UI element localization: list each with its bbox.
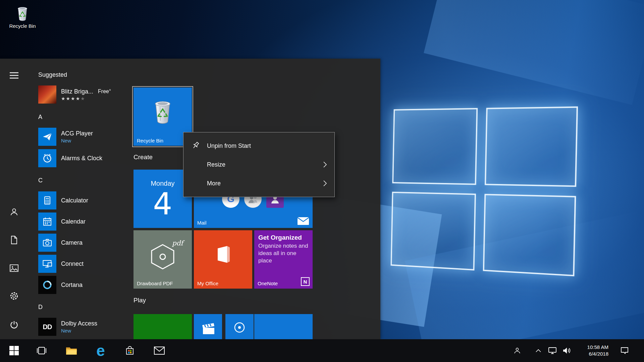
app-list-item-calendar[interactable]: Calendar [38, 213, 139, 231]
tile-groove-music[interactable] [225, 314, 254, 339]
app-list-header-a[interactable]: A [38, 113, 42, 121]
onenote-badge-icon: N [301, 277, 310, 286]
network-icon [548, 347, 556, 354]
file-explorer-button[interactable] [61, 339, 82, 362]
window-pane [485, 106, 578, 187]
context-menu-item-resize[interactable]: Resize [183, 155, 334, 174]
context-menu-item-unpin[interactable]: Unpin from Start [183, 136, 334, 155]
app-name: Calculator [61, 197, 88, 204]
context-menu-item-more[interactable]: More [183, 174, 334, 193]
window-pane [392, 108, 478, 185]
app-name: Dolby Access [61, 320, 97, 327]
tray-overflow-button[interactable] [532, 339, 544, 362]
store-button[interactable] [119, 339, 140, 362]
speaker-icon [562, 347, 571, 354]
app-list-header-c[interactable]: C [38, 176, 43, 184]
tile-context-menu: Unpin from Start Resize More [183, 132, 335, 197]
recycle-bin-icon [147, 94, 178, 126]
tile-play-blue[interactable] [254, 314, 313, 339]
taskbar: e 10:58 AM 6/4/2018 [0, 339, 644, 362]
app-list-item-connect[interactable]: Connect [38, 255, 139, 273]
calendar-icon [38, 213, 56, 231]
clapperboard-icon [200, 321, 216, 336]
app-name: Connect [61, 260, 84, 267]
mail-button[interactable] [149, 339, 170, 362]
tile-drawboard-pdf[interactable]: pdf Drawboard PDF [133, 230, 192, 289]
screen: Recycle Bin Suggested [0, 0, 644, 362]
folder-icon [66, 346, 77, 355]
app-list-item-alarms-clock[interactable]: Alarms & Clock [38, 149, 139, 167]
windows-logo-icon [9, 346, 19, 355]
chevron-up-icon [536, 349, 541, 352]
new-badge: New [61, 138, 93, 143]
connect-icon [38, 255, 56, 273]
alarms-clock-icon [38, 149, 56, 167]
tile-play-green[interactable] [133, 314, 192, 339]
app-name: Alarms & Clock [61, 155, 102, 162]
cortana-icon [38, 276, 56, 294]
tile-group-header-create[interactable]: Create [133, 154, 153, 161]
edge-button[interactable]: e [90, 339, 111, 362]
action-center-button[interactable] [618, 339, 632, 362]
action-center-icon [621, 347, 629, 355]
mail-envelope-icon [154, 347, 165, 355]
edge-icon: e [96, 343, 105, 358]
pdf-script-text: pdf [172, 239, 183, 247]
network-button[interactable] [545, 339, 559, 362]
camera-icon [38, 234, 56, 252]
volume-button[interactable] [560, 339, 574, 362]
groove-circle-icon [233, 321, 246, 334]
app-rating-stars: ★★★★★ [61, 96, 111, 101]
app-name: Calendar [61, 218, 86, 225]
app-price: Free+ [98, 88, 111, 95]
clock-time: 10:58 AM [587, 344, 608, 351]
windows-logo-window [391, 106, 578, 276]
dolby-access-icon: DD [38, 318, 56, 336]
unpin-icon [191, 141, 201, 151]
app-name: Blitz Briga... [61, 88, 93, 95]
tile-movies-tv[interactable] [194, 314, 222, 339]
app-list-item-blitz-brigade[interactable]: Blitz Briga... Free+ ★★★★★ [38, 85, 139, 104]
app-name: ACG Player [61, 130, 93, 137]
clock-date: 6/4/2018 [589, 351, 608, 357]
store-bag-icon [125, 346, 135, 356]
start-app-list: Suggested Blitz Briga... Free+ ★★★★★ A [0, 59, 134, 339]
submenu-chevron-icon [323, 180, 327, 187]
calculator-icon [38, 191, 56, 209]
blitz-brigade-icon [38, 85, 56, 104]
people-button[interactable] [510, 339, 525, 362]
start-menu: Suggested Blitz Briga... Free+ ★★★★★ A [0, 59, 380, 339]
tile-onenote[interactable]: Get Organized Organize notes and ideas a… [254, 230, 313, 289]
app-list-item-dolby-access[interactable]: DD Dolby Access New [38, 318, 139, 336]
context-menu-label: More [207, 180, 221, 187]
tile-group-header-play[interactable]: Play [133, 297, 146, 304]
app-list-header-d[interactable]: D [38, 303, 43, 311]
context-menu-label: Unpin from Start [207, 142, 251, 149]
app-name: Cortana [61, 282, 83, 289]
desktop-icon-recycle-bin[interactable]: Recycle Bin [4, 3, 41, 29]
task-view-button[interactable] [31, 339, 52, 362]
taskbar-clock[interactable]: 10:58 AM 6/4/2018 [576, 339, 608, 362]
people-icon [514, 347, 521, 354]
tile-my-office[interactable]: My Office [194, 230, 252, 289]
recycle-bin-icon [13, 3, 32, 22]
new-badge: New [61, 328, 97, 334]
acg-player-icon [38, 128, 56, 146]
start-button[interactable] [4, 339, 24, 362]
app-name: Camera [61, 239, 83, 246]
office-logo-icon [212, 244, 234, 265]
task-view-icon [36, 346, 47, 355]
submenu-chevron-icon [323, 161, 327, 168]
context-menu-label: Resize [207, 161, 225, 168]
window-pane [483, 194, 576, 276]
desktop-icon-label: Recycle Bin [9, 23, 36, 29]
app-list-item-camera[interactable]: Camera [38, 234, 139, 252]
light-beam [424, 0, 644, 105]
app-list-item-acg-player[interactable]: ACG Player New [38, 128, 139, 146]
app-list-header-suggested: Suggested [38, 71, 67, 79]
mail-envelope-icon [297, 217, 309, 225]
window-pane [391, 192, 476, 270]
app-list-item-cortana[interactable]: Cortana [38, 276, 139, 294]
app-list-item-calculator[interactable]: Calculator [38, 191, 139, 209]
